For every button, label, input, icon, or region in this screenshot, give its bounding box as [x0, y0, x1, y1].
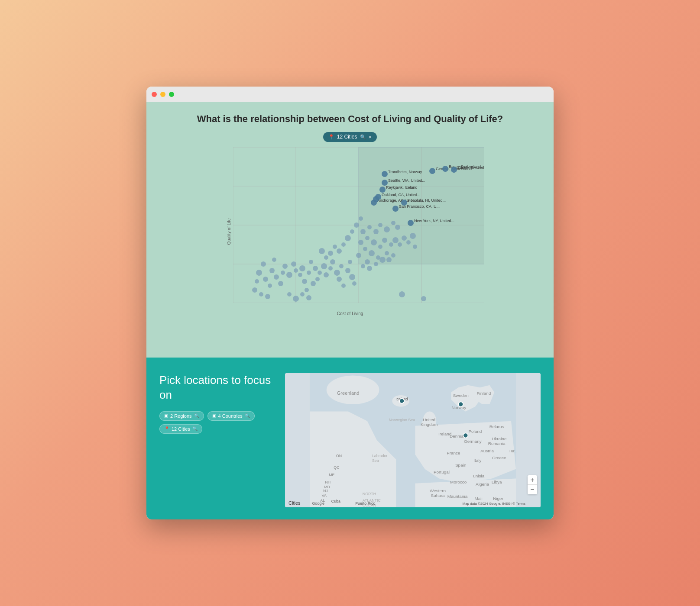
svg-point-34: [272, 258, 276, 262]
chart-container: Quality of Life 22: [216, 147, 484, 316]
pick-locations-title: Pick locations to focus on: [159, 373, 272, 403]
pin-icon: 📍: [328, 134, 334, 140]
svg-text:Italy: Italy: [473, 458, 481, 463]
svg-point-26: [274, 274, 279, 280]
svg-text:Spain: Spain: [455, 463, 466, 467]
map-svg: Greenland Iceland Sweden Finland Norway …: [285, 373, 541, 507]
cities-label: 12 Cities: [172, 426, 190, 432]
svg-point-118: [379, 187, 386, 193]
svg-text:ON: ON: [336, 454, 342, 458]
zoom-in-button[interactable]: +: [528, 475, 537, 485]
map-container[interactable]: Greenland Iceland Sweden Finland Norway …: [285, 373, 541, 507]
svg-text:Mali: Mali: [475, 496, 483, 501]
regions-search-icon[interactable]: 🔍: [194, 413, 199, 418]
svg-text:Ukraine: Ukraine: [492, 436, 507, 441]
badge-label: 12 Cities: [337, 134, 357, 140]
zoom-out-button[interactable]: −: [528, 485, 537, 494]
svg-point-182: [399, 399, 404, 403]
svg-text:Oakland, CA, United...: Oakland, CA, United...: [382, 193, 421, 197]
minimize-button[interactable]: [160, 92, 165, 97]
svg-text:Trondheim, Norway: Trondheim, Norway: [388, 170, 422, 174]
svg-point-132: [327, 376, 379, 404]
svg-text:Libya: Libya: [492, 480, 502, 484]
svg-text:Puerto Rico: Puerto Rico: [355, 501, 375, 506]
svg-text:Tür...: Tür...: [509, 449, 517, 453]
svg-point-58: [252, 287, 257, 293]
countries-tag[interactable]: ▣ 4 Countries 🔍: [207, 411, 255, 421]
svg-text:Tunisia: Tunisia: [471, 474, 485, 478]
maximize-button[interactable]: [169, 92, 174, 97]
svg-point-61: [287, 292, 292, 297]
svg-text:Poland: Poland: [468, 429, 482, 434]
svg-point-183: [458, 402, 463, 406]
map-cities-label: Cities: [288, 500, 301, 506]
svg-text:ME: ME: [329, 473, 334, 477]
svg-point-54: [345, 268, 350, 273]
svg-point-59: [259, 292, 263, 297]
svg-point-106: [399, 291, 405, 297]
badge-close-icon[interactable]: ×: [369, 134, 372, 140]
badge-search-icon[interactable]: 🔍: [360, 134, 366, 140]
regions-label: 2 Regions: [170, 413, 192, 419]
svg-text:Google: Google: [312, 501, 325, 506]
svg-text:Sahara: Sahara: [431, 493, 445, 498]
svg-point-73: [379, 257, 386, 263]
svg-point-48: [328, 266, 333, 271]
scatter-plot-svg: 225 High 160 106 Low 40.1 17.3 Low 50.0 …: [233, 147, 484, 303]
svg-text:Germany: Germany: [464, 439, 482, 444]
svg-point-90: [367, 225, 372, 229]
svg-point-82: [389, 242, 393, 247]
svg-point-42: [318, 271, 322, 275]
svg-point-80: [378, 245, 382, 249]
svg-point-71: [367, 266, 372, 271]
svg-point-52: [337, 277, 342, 282]
svg-point-108: [382, 171, 388, 177]
svg-point-43: [321, 263, 327, 269]
svg-point-114: [451, 167, 457, 173]
svg-point-76: [391, 253, 395, 258]
svg-point-129: [408, 220, 414, 226]
svg-point-39: [302, 279, 307, 284]
svg-text:Labrador: Labrador: [372, 454, 387, 458]
svg-point-116: [382, 180, 388, 186]
svg-point-92: [378, 223, 382, 227]
svg-point-110: [429, 168, 435, 174]
svg-text:VA: VA: [322, 493, 327, 498]
svg-point-100: [341, 242, 346, 247]
svg-point-95: [395, 225, 400, 230]
close-button[interactable]: [152, 92, 157, 97]
cities-search-icon[interactable]: 🔍: [192, 426, 198, 431]
cities-tag[interactable]: 📍 12 Cities 🔍: [159, 424, 202, 434]
svg-text:Belarus: Belarus: [489, 424, 504, 429]
svg-point-103: [328, 251, 333, 256]
svg-text:Zürich, Switzerland: Zürich, Switzerland: [457, 165, 484, 170]
chart-area[interactable]: 225 High 160 106 Low 40.1 17.3 Low 50.0 …: [233, 147, 484, 303]
svg-point-105: [319, 248, 325, 254]
svg-text:NJ: NJ: [323, 489, 328, 493]
cities-badge[interactable]: 📍 12 Cities 🔍 ×: [323, 132, 377, 142]
svg-text:Austria: Austria: [480, 448, 494, 453]
svg-point-91: [373, 229, 379, 234]
svg-point-124: [373, 196, 379, 202]
regions-tag[interactable]: ▣ 2 Regions 🔍: [159, 411, 204, 421]
svg-text:Greece: Greece: [492, 455, 506, 460]
svg-point-60: [265, 294, 270, 299]
svg-point-102: [333, 245, 337, 249]
svg-point-87: [410, 233, 416, 239]
svg-text:Kingdom: Kingdom: [421, 422, 438, 427]
svg-point-85: [402, 235, 407, 241]
countries-label: 4 Countries: [218, 413, 243, 419]
regions-icon: ▣: [164, 413, 168, 418]
svg-point-88: [413, 245, 417, 249]
svg-point-64: [306, 295, 311, 300]
countries-search-icon[interactable]: 🔍: [245, 413, 250, 418]
svg-point-81: [382, 238, 387, 243]
svg-point-93: [384, 226, 390, 232]
svg-text:Algeria: Algeria: [476, 482, 489, 487]
svg-point-101: [337, 248, 342, 254]
svg-text:Sweden: Sweden: [453, 393, 469, 398]
svg-point-69: [365, 259, 370, 264]
svg-point-38: [307, 271, 311, 275]
svg-text:Greenland: Greenland: [337, 390, 360, 396]
svg-point-99: [345, 235, 351, 241]
